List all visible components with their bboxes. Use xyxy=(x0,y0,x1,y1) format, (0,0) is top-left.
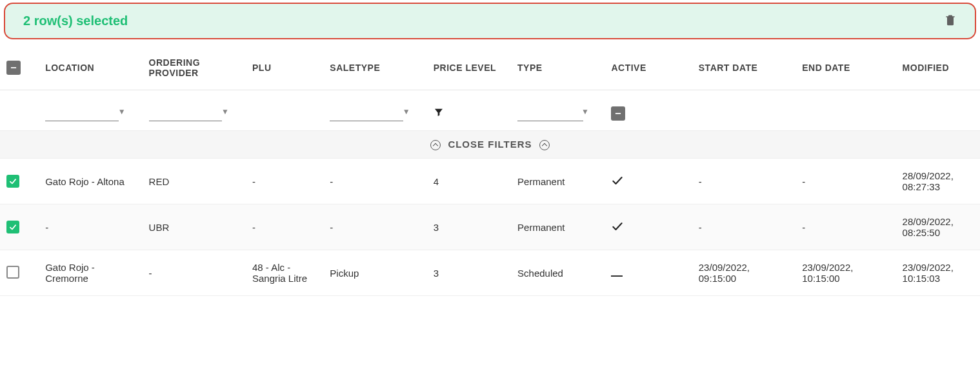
close-filters-row[interactable]: CLOSE FILTERS xyxy=(0,131,980,159)
cell-type: Permanent xyxy=(511,159,605,204)
trash-icon xyxy=(944,13,957,27)
header-price-level[interactable]: PRICE LEVEL xyxy=(427,46,511,90)
row-checkbox[interactable] xyxy=(6,266,19,279)
check-icon xyxy=(611,174,624,187)
cell-type: Permanent xyxy=(511,204,605,250)
dropdown-icon: ▼ xyxy=(403,107,410,116)
row-checkbox[interactable] xyxy=(6,221,19,233)
dash-icon xyxy=(611,275,623,277)
cell-price-level: 3 xyxy=(427,204,511,250)
cell-start-date: - xyxy=(692,159,795,204)
cell-start-date: 23/09/2022, 09:15:00 xyxy=(692,250,795,296)
dropdown-icon: ▼ xyxy=(118,107,126,116)
chevron-up-icon xyxy=(539,140,550,150)
table-row: Gato Rojo - Cremorne-48 - Alc - Sangria … xyxy=(0,250,980,296)
cell-plu: - xyxy=(246,204,323,250)
table-row: -UBR--3Permanent--28/09/2022, 08:25:50 xyxy=(0,204,980,250)
chevron-up-icon xyxy=(430,140,441,150)
cell-ordering-provider: RED xyxy=(143,159,246,204)
cell-active xyxy=(605,159,692,204)
header-location[interactable]: LOCATION xyxy=(39,46,142,90)
cell-location: Gato Rojo - Altona xyxy=(39,159,142,204)
cell-modified: 23/09/2022, 10:15:03 xyxy=(896,250,980,296)
cell-end-date: 23/09/2022, 10:15:00 xyxy=(795,250,895,296)
dropdown-icon: ▼ xyxy=(221,107,229,116)
filter-type-input[interactable] xyxy=(517,106,583,121)
delete-selected-button[interactable] xyxy=(944,13,957,29)
selection-banner: 2 row(s) selected xyxy=(4,3,976,39)
table-row: Gato Rojo - AltonaRED--4Permanent--28/09… xyxy=(0,159,980,204)
table-header-row: LOCATION ORDERING PROVIDER PLU SALETYPE … xyxy=(0,46,980,90)
cell-saletype: Pickup xyxy=(323,250,426,296)
cell-plu: 48 - Alc - Sangria Litre xyxy=(246,250,323,296)
cell-plu: - xyxy=(246,159,323,204)
cell-saletype: - xyxy=(323,204,426,250)
cell-location: Gato Rojo - Cremorne xyxy=(39,250,142,296)
close-filters-label: CLOSE FILTERS xyxy=(448,139,532,150)
cell-price-level: 4 xyxy=(427,159,511,204)
cell-modified: 28/09/2022, 08:27:33 xyxy=(896,159,980,204)
cell-active xyxy=(605,250,692,296)
cell-active xyxy=(605,204,692,250)
selection-count-text: 2 row(s) selected xyxy=(23,14,128,28)
filter-saletype-input[interactable] xyxy=(330,106,403,121)
cell-modified: 28/09/2022, 08:25:50 xyxy=(896,204,980,250)
cell-location: - xyxy=(39,204,142,250)
cell-price-level: 3 xyxy=(427,250,511,296)
header-plu[interactable]: PLU xyxy=(246,46,323,90)
header-active[interactable]: ACTIVE xyxy=(605,46,692,90)
cell-end-date: - xyxy=(795,159,895,204)
filter-location-input[interactable] xyxy=(45,106,119,121)
cell-type: Scheduled xyxy=(511,250,605,296)
select-all-checkbox[interactable] xyxy=(6,61,21,75)
header-saletype[interactable]: SALETYPE xyxy=(323,46,426,90)
cell-saletype: - xyxy=(323,159,426,204)
filter-ordering-provider-input[interactable] xyxy=(149,106,223,121)
cell-start-date: - xyxy=(692,204,795,250)
check-icon xyxy=(611,220,624,233)
header-ordering-provider[interactable]: ORDERING PROVIDER xyxy=(143,46,246,90)
filter-price-level-button[interactable] xyxy=(434,108,444,119)
filter-active-toggle[interactable] xyxy=(611,106,625,121)
filter-row: ▼ ▼ ▼ xyxy=(0,90,980,131)
cell-ordering-provider: - xyxy=(143,250,246,296)
header-modified[interactable]: MODIFIED xyxy=(896,46,980,90)
funnel-icon xyxy=(434,107,444,117)
data-table: LOCATION ORDERING PROVIDER PLU SALETYPE … xyxy=(0,46,980,296)
header-end-date[interactable]: END DATE xyxy=(795,46,895,90)
cell-end-date: - xyxy=(795,204,895,250)
header-start-date[interactable]: START DATE xyxy=(692,46,795,90)
cell-ordering-provider: UBR xyxy=(143,204,246,250)
header-type[interactable]: TYPE xyxy=(511,46,605,90)
row-checkbox[interactable] xyxy=(6,175,19,188)
